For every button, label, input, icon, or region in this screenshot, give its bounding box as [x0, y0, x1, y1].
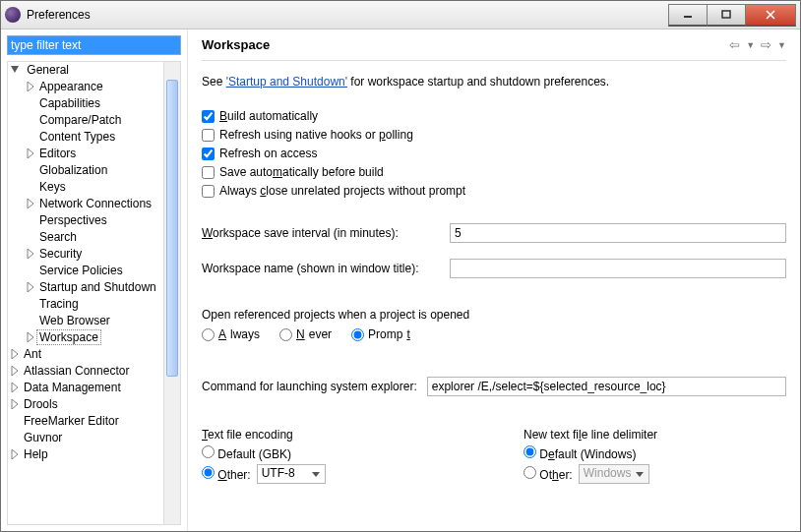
- chk-refresh-access-input[interactable]: [202, 148, 215, 160]
- tree-item-datamgmt[interactable]: Data Management: [24, 381, 121, 394]
- back-icon[interactable]: ⇦: [729, 37, 740, 52]
- preference-tree[interactable]: General Appearance Capabilities Compare/…: [8, 62, 164, 524]
- chk-close-unrelated-input[interactable]: [202, 185, 215, 198]
- radio-enc-default-input[interactable]: [202, 445, 215, 458]
- see-pre: See: [202, 75, 226, 89]
- chk-refresh-access[interactable]: Refresh on access: [202, 146, 786, 162]
- explorer-command-input[interactable]: [427, 377, 786, 396]
- svg-marker-10: [28, 332, 33, 342]
- startup-shutdown-link[interactable]: 'Startup and Shutdown': [226, 75, 347, 89]
- radio-nl-default-input[interactable]: [524, 445, 536, 458]
- collapsed-icon[interactable]: [26, 199, 37, 210]
- see-post: for workspace startup and shutdown prefe…: [347, 75, 609, 89]
- collapsed-icon[interactable]: [26, 82, 37, 93]
- tree-item-webbrowser[interactable]: Web Browser: [39, 314, 110, 327]
- window-title: Preferences: [27, 8, 669, 22]
- sidebar: General Appearance Capabilities Compare/…: [1, 30, 188, 531]
- newline-combo[interactable]: Windows: [579, 464, 650, 484]
- expand-icon[interactable]: [10, 65, 22, 77]
- tree-item-compare[interactable]: Compare/Patch: [39, 113, 121, 127]
- tree-item-security[interactable]: Security: [39, 247, 82, 261]
- radio-always[interactable]: Always: [202, 327, 260, 341]
- chk-save-before-input[interactable]: [202, 166, 215, 179]
- tree-item-appearance[interactable]: Appearance: [39, 80, 103, 93]
- maximize-button[interactable]: [707, 4, 746, 27]
- workspace-name-label: Workspace name (shown in window title):: [202, 262, 450, 275]
- app-icon: [5, 7, 21, 23]
- tree-item-guvnor[interactable]: Guvnor: [24, 431, 62, 444]
- tree-item-keys[interactable]: Keys: [39, 180, 66, 194]
- collapsed-icon[interactable]: [26, 148, 37, 160]
- radio-never-input[interactable]: [279, 328, 292, 341]
- chk-refresh-hooks[interactable]: Refresh using native hooks or polling: [202, 127, 786, 144]
- svg-marker-8: [28, 249, 33, 259]
- radio-enc-default[interactable]: Default (GBK): [202, 445, 291, 461]
- svg-marker-11: [12, 349, 18, 359]
- tree-item-general[interactable]: General: [27, 63, 69, 77]
- collapsed-icon[interactable]: [10, 399, 22, 411]
- tree-item-atlassian[interactable]: Atlassian Connector: [24, 364, 129, 378]
- radio-prompt[interactable]: Prompt: [351, 327, 410, 341]
- page-title: Workspace: [202, 37, 729, 52]
- forward-icon[interactable]: ⇨: [761, 37, 771, 52]
- radio-enc-other[interactable]: Other:: [202, 466, 251, 482]
- collapsed-icon[interactable]: [10, 383, 22, 394]
- minimize-button[interactable]: [668, 4, 708, 27]
- tree-item-ant[interactable]: Ant: [24, 347, 41, 361]
- tree-item-editors[interactable]: Editors: [39, 147, 76, 160]
- collapsed-icon[interactable]: [10, 349, 22, 361]
- tree-item-freemarker[interactable]: FreeMarker Editor: [24, 414, 119, 428]
- chk-build-automatically[interactable]: Build automatically: [202, 108, 786, 125]
- collapsed-icon[interactable]: [10, 366, 22, 378]
- chk-build-input[interactable]: [202, 110, 215, 123]
- nav-arrows: ⇦ ▼ ⇨ ▼: [729, 37, 786, 52]
- collapsed-icon[interactable]: [26, 249, 37, 261]
- tree-scrollbar[interactable]: [163, 62, 180, 524]
- tree-item-startup[interactable]: Startup and Shutdown: [39, 280, 156, 294]
- chk-refresh-hooks-input[interactable]: [202, 129, 215, 142]
- tree-item-network[interactable]: Network Connections: [39, 197, 152, 210]
- tree-item-servicepolicies[interactable]: Service Policies: [39, 264, 123, 277]
- close-button[interactable]: [745, 4, 796, 27]
- radio-nl-other[interactable]: Other:: [524, 466, 573, 482]
- collapsed-icon[interactable]: [10, 449, 22, 461]
- chk-build-label: uild automatically: [227, 109, 318, 123]
- svg-marker-14: [12, 399, 18, 409]
- chk-close-unrelated[interactable]: Always close unrelated projects without …: [202, 183, 786, 200]
- svg-marker-12: [12, 366, 18, 376]
- chevron-down-icon[interactable]: ▼: [746, 40, 755, 50]
- encoding-combo[interactable]: UTF-8: [257, 464, 326, 484]
- tree-item-search[interactable]: Search: [39, 230, 77, 244]
- radio-nl-default[interactable]: Default (Windows): [524, 445, 636, 461]
- save-interval-input[interactable]: [450, 223, 786, 243]
- tree-item-perspectives[interactable]: Perspectives: [39, 213, 107, 227]
- svg-rect-1: [722, 11, 730, 18]
- svg-marker-15: [12, 449, 18, 459]
- chevron-down-icon[interactable]: ▼: [777, 40, 786, 50]
- tree-item-tracing[interactable]: Tracing: [39, 297, 79, 311]
- encoding-header: Text file encoding: [202, 428, 464, 442]
- svg-marker-6: [28, 148, 33, 158]
- tree-item-drools[interactable]: Drools: [24, 397, 58, 411]
- svg-marker-7: [28, 199, 33, 208]
- tree-item-contenttypes[interactable]: Content Types: [39, 130, 115, 144]
- content-pane: Workspace ⇦ ▼ ⇨ ▼ See 'Startup and Shutd…: [188, 30, 800, 531]
- radio-enc-other-input[interactable]: [202, 466, 215, 479]
- save-interval-label: Workspace save interval (in minutes):: [202, 226, 450, 240]
- workspace-name-input[interactable]: [450, 259, 786, 278]
- radio-nl-other-input[interactable]: [524, 466, 536, 479]
- tree-item-workspace[interactable]: Workspace: [36, 329, 101, 345]
- chk-refresh-access-label: Refresh on access: [219, 147, 317, 160]
- filter-input[interactable]: [7, 35, 181, 55]
- tree-item-globalization[interactable]: Globalization: [39, 163, 107, 177]
- radio-never[interactable]: Never: [279, 327, 332, 341]
- svg-marker-4: [11, 66, 19, 73]
- minimize-icon: [683, 10, 693, 20]
- collapsed-icon[interactable]: [26, 282, 37, 294]
- svg-marker-9: [28, 282, 33, 292]
- radio-prompt-input[interactable]: [351, 328, 364, 341]
- tree-item-capabilities[interactable]: Capabilities: [39, 96, 100, 110]
- chk-save-before-build[interactable]: Save automatically before build: [202, 164, 786, 181]
- tree-item-help[interactable]: Help: [24, 447, 48, 461]
- radio-always-input[interactable]: [202, 328, 215, 341]
